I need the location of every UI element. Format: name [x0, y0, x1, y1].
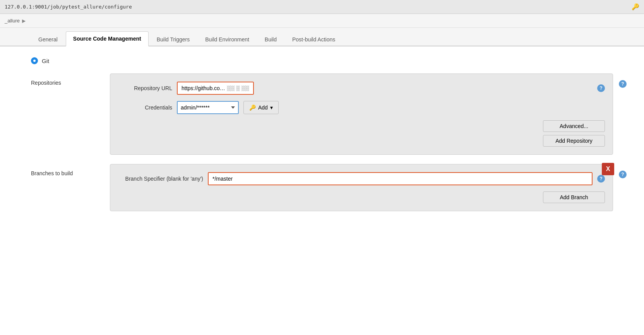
tab-build-environment[interactable]: Build Environment: [198, 32, 257, 46]
git-section: Git: [31, 57, 613, 64]
repositories-label: Repositories: [31, 73, 101, 155]
breadcrumb-text[interactable]: _allure: [5, 18, 20, 24]
repository-url-input[interactable]: [177, 82, 254, 95]
repository-url-row: Repository URL ?: [118, 82, 605, 95]
repository-url-wrapper: [177, 82, 593, 95]
repository-url-help-icon[interactable]: ?: [597, 84, 605, 92]
branch-specifier-input[interactable]: [208, 172, 593, 185]
action-buttons: Advanced... Add Repository: [118, 120, 605, 147]
tab-source-code-management[interactable]: Source Code Management: [66, 31, 149, 46]
branches-label: Branches to build: [31, 164, 101, 211]
tab-post-build-actions[interactable]: Post-build Actions: [285, 32, 343, 46]
branch-specifier-row: Branch Specifier (blank for 'any') ?: [118, 172, 605, 185]
browser-url: 127.0.0.1:9001/job/pytest_allure/configu…: [5, 4, 132, 10]
branches-body: X ? Branch Specifier (blank for 'any') ?…: [110, 164, 613, 211]
key-emoji-icon: 🔑: [249, 104, 256, 111]
credentials-select[interactable]: admin/******: [177, 101, 239, 114]
branch-specifier-label: Branch Specifier (blank for 'any'): [118, 176, 203, 182]
repositories-body: ? Repository URL ? Credentials admin/***…: [110, 73, 613, 155]
add-credentials-label: Add: [258, 104, 268, 111]
git-label: Git: [42, 58, 49, 64]
add-repository-button[interactable]: Add Repository: [543, 135, 605, 147]
browser-bar: 127.0.0.1:9001/job/pytest_allure/configu…: [0, 0, 644, 14]
branch-specifier-help-icon[interactable]: ?: [597, 175, 605, 183]
breadcrumb-bar: _allure ▶: [0, 14, 644, 28]
tab-general[interactable]: General: [31, 32, 65, 46]
git-radio[interactable]: [31, 57, 38, 64]
repositories-help-icon[interactable]: ?: [619, 80, 627, 88]
repositories-section: Repositories ? Repository URL ? Credenti…: [31, 73, 613, 155]
tab-build-triggers[interactable]: Build Triggers: [149, 32, 197, 46]
advanced-button[interactable]: Advanced...: [543, 120, 605, 132]
branches-help-icon[interactable]: ?: [619, 171, 627, 178]
repository-url-label: Repository URL: [118, 85, 172, 91]
main-content: Git Repositories ? Repository URL ? Cred…: [0, 46, 644, 335]
credentials-row: Credentials admin/****** 🔑 Add ▾: [118, 101, 605, 114]
add-credentials-arrow-icon: ▾: [270, 104, 273, 111]
branches-section: Branches to build X ? Branch Specifier (…: [31, 164, 613, 211]
tabs-bar: General Source Code Management Build Tri…: [0, 28, 644, 46]
tab-build[interactable]: Build: [257, 32, 284, 46]
breadcrumb-arrow: ▶: [22, 18, 26, 24]
add-branch-button[interactable]: Add Branch: [543, 191, 605, 203]
delete-branch-button[interactable]: X: [602, 163, 614, 175]
key-icon: 🔑: [632, 3, 639, 10]
credentials-label: Credentials: [118, 104, 172, 111]
add-credentials-button[interactable]: 🔑 Add ▾: [243, 101, 279, 114]
add-branch-actions: Add Branch: [118, 191, 605, 203]
